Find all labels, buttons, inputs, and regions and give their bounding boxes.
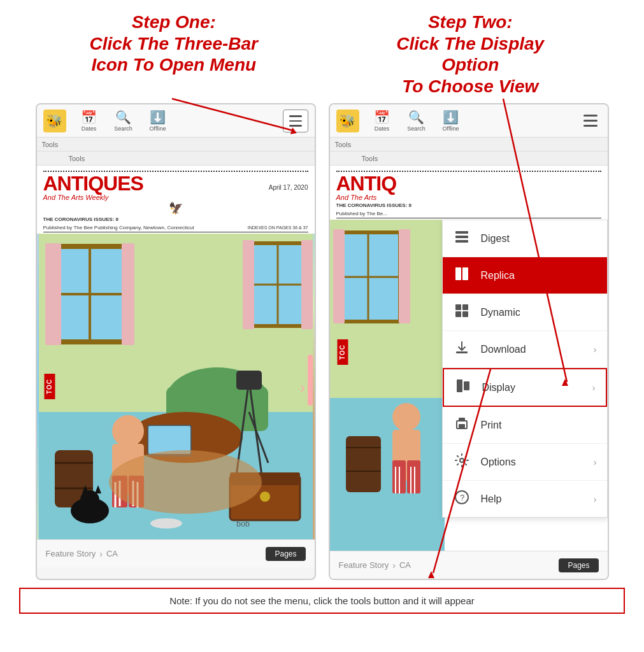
- toc-label-left: TOC: [44, 374, 55, 399]
- step2-line1: Step Two:: [428, 12, 513, 32]
- pages-btn-left[interactable]: Pages: [266, 547, 305, 561]
- svg-rect-27: [148, 426, 190, 454]
- magazine-cover-right: ANTIQ And The Arts THE CORONAVIRUS ISSUE…: [330, 166, 608, 551]
- phones-row: 🐝 📅 Dates 🔍 Search ⬇️ Offline: [0, 103, 644, 580]
- menu-item-display[interactable]: Display ›: [443, 368, 607, 407]
- svg-point-34: [260, 492, 270, 502]
- left-toolbar: 🐝 📅 Dates 🔍 Search ⬇️ Offline: [37, 104, 315, 138]
- room-svg-right: [330, 220, 445, 551]
- svg-point-77: [460, 458, 464, 462]
- magazine-cover-left: ANTIQUES And The Arts Weekly April 17, 2…: [37, 166, 315, 539]
- download-icon-left: ⬇️: [150, 110, 166, 125]
- options-chevron: ›: [594, 457, 597, 467]
- print-label: Print: [481, 420, 502, 431]
- mag-corona-left: THE CORONAVIRUS ISSUES: II: [43, 216, 308, 222]
- step2-label: Step Two: Click The Display Option To Ch…: [381, 11, 559, 97]
- svg-rect-57: [407, 460, 420, 493]
- svg-text:bob: bob: [236, 519, 250, 528]
- chevron-right-1: ›: [392, 560, 396, 570]
- search-btn-left[interactable]: 🔍 Search: [112, 110, 135, 132]
- search-btn-right[interactable]: 🔍 Search: [405, 110, 428, 132]
- mag-header-right: ANTIQ And The Arts THE CORONAVIRUS ISSUE…: [330, 166, 608, 220]
- menu-item-digest[interactable]: Digest: [443, 220, 607, 257]
- dates-btn-right[interactable]: 📅 Dates: [371, 110, 394, 132]
- replica-icon: [453, 266, 471, 285]
- svg-point-54: [392, 403, 420, 431]
- menu-btn-left[interactable]: [283, 110, 308, 132]
- digest-icon: [453, 229, 471, 248]
- display-chevron: ›: [592, 383, 596, 393]
- left-phone: 🐝 📅 Dates 🔍 Search ⬇️ Offline: [36, 103, 316, 580]
- mag-subtitle-right: And The Arts: [336, 194, 397, 201]
- tools-bar2-left: Tools: [37, 152, 315, 166]
- mag-date-left: April 17, 2020: [269, 184, 308, 191]
- svg-rect-71: [456, 351, 468, 353]
- illustration-wrapper-left: TOC: [37, 234, 315, 539]
- step2-line3: To Choose View: [402, 76, 538, 96]
- bee-icon-right[interactable]: 🐝: [336, 110, 359, 132]
- svg-rect-64: [455, 240, 468, 243]
- svg-rect-68: [462, 304, 468, 310]
- mag-corona-right: THE CORONAVIRUS ISSUES: II: [336, 202, 601, 208]
- note-box: Note: If you do not see the menu, click …: [19, 588, 625, 614]
- svg-point-18: [112, 415, 144, 447]
- dates-btn-left[interactable]: 📅 Dates: [78, 110, 101, 132]
- right-phone: 🐝 📅 Dates 🔍 Search ⬇️ Offline: [329, 103, 609, 580]
- offline-btn-right[interactable]: ⬇️ Offline: [440, 110, 462, 132]
- menu-item-help[interactable]: ? Help ›: [443, 481, 607, 517]
- bottom-nav-left: Feature Story › CA Pages: [37, 539, 315, 567]
- svg-rect-11: [301, 240, 313, 329]
- mag-title-right: ANTIQ: [336, 173, 397, 194]
- svg-rect-75: [459, 424, 465, 428]
- step1-label: Step One: Click The Three-Bar Icon To Op…: [85, 11, 263, 97]
- menu-item-dynamic[interactable]: Dynamic: [443, 294, 607, 331]
- options-label: Options: [481, 457, 516, 468]
- svg-point-40: [150, 518, 182, 528]
- svg-rect-63: [455, 236, 468, 238]
- right-toolbar: 🐝 📅 Dates 🔍 Search ⬇️ Offline: [330, 104, 608, 138]
- calendar-icon-right: 📅: [374, 110, 390, 125]
- three-bars-btn-right[interactable]: [580, 111, 601, 131]
- step2-line2: Click The Display Option: [396, 34, 544, 75]
- feature-story-left: Feature Story: [46, 549, 96, 558]
- steps-container: Step One: Click The Three-Bar Icon To Op…: [0, 0, 644, 103]
- display-icon: [454, 378, 472, 397]
- svg-rect-76: [459, 418, 465, 422]
- dynamic-icon: [453, 303, 471, 322]
- mag-title-row-right: ANTIQ And The Arts: [336, 173, 601, 201]
- svg-rect-73: [464, 381, 469, 390]
- menu-item-download[interactable]: Download ›: [443, 331, 607, 368]
- menu-item-replica[interactable]: Replica: [443, 257, 607, 294]
- digest-label: Digest: [481, 233, 510, 244]
- menu-item-print[interactable]: Print: [443, 407, 607, 444]
- search-icon-right: 🔍: [408, 110, 424, 125]
- step1-line3: Icon To Open Menu: [91, 55, 256, 74]
- print-icon: [453, 416, 471, 434]
- right-illustration-wrapper: TOC: [330, 220, 608, 551]
- svg-rect-42: [308, 355, 313, 406]
- calendar-icon: 📅: [81, 110, 97, 125]
- offline-btn-left[interactable]: ⬇️ Offline: [147, 110, 169, 132]
- svg-rect-65: [455, 267, 461, 280]
- help-chevron: ›: [594, 494, 597, 504]
- page-container: Step One: Click The Three-Bar Icon To Op…: [0, 0, 644, 614]
- svg-point-39: [109, 450, 262, 514]
- bee-icon-left[interactable]: 🐝: [43, 110, 66, 132]
- mag-title-row-left: ANTIQUES And The Arts Weekly April 17, 2…: [43, 173, 308, 201]
- menu-item-options[interactable]: Options ›: [443, 444, 607, 481]
- replica-label: Replica: [481, 270, 515, 281]
- pages-btn-right[interactable]: Pages: [559, 558, 598, 572]
- mag-subheader-left: Published by The Bee Publishing Company,…: [43, 223, 308, 232]
- step1-line1: Step One:: [132, 12, 216, 32]
- toc-label-right: TOC: [337, 339, 348, 365]
- ca-label-right: CA: [399, 560, 411, 570]
- svg-rect-72: [457, 379, 462, 392]
- feature-story-right: Feature Story: [339, 560, 389, 570]
- help-icon: ?: [453, 490, 471, 508]
- svg-rect-49: [333, 229, 345, 323]
- svg-rect-51: [346, 436, 381, 492]
- tools-bar-right: Tools: [330, 138, 608, 152]
- mag-subheader-right: Published by The Be...: [336, 209, 601, 218]
- svg-rect-66: [462, 267, 468, 280]
- svg-rect-6: [122, 243, 134, 345]
